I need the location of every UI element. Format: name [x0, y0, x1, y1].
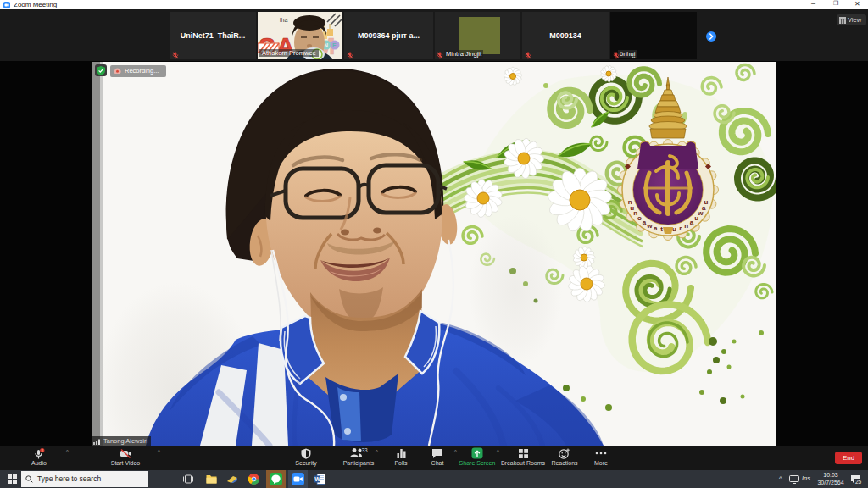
svg-text:u: u — [704, 198, 708, 206]
svg-text:E: E — [332, 42, 337, 48]
svg-text:lha: lha — [280, 17, 287, 23]
svg-text:W: W — [314, 476, 320, 482]
svg-text:u: u — [672, 225, 676, 233]
svg-text:a: a — [654, 225, 658, 232]
svg-text:33: 33 — [361, 447, 368, 453]
svg-text:w: w — [646, 222, 653, 230]
svg-text:r: r — [679, 225, 682, 232]
svg-text:n: n — [684, 222, 688, 230]
svg-text:t: t — [660, 225, 663, 233]
svg-text:a: a — [643, 219, 647, 226]
svg-text:o: o — [637, 214, 642, 222]
svg-text:a: a — [690, 219, 694, 226]
